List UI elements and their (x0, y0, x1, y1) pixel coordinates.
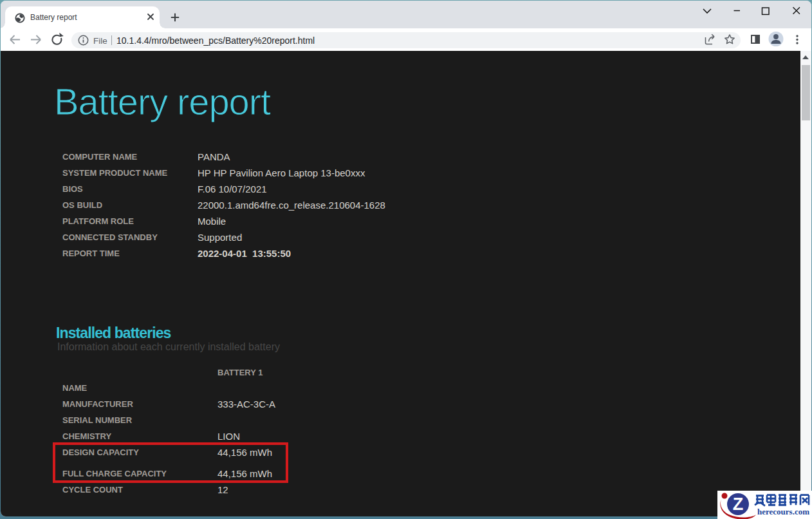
svg-text:Z: Z (733, 495, 744, 514)
svg-text:herecours.com: herecours.com (757, 507, 809, 516)
